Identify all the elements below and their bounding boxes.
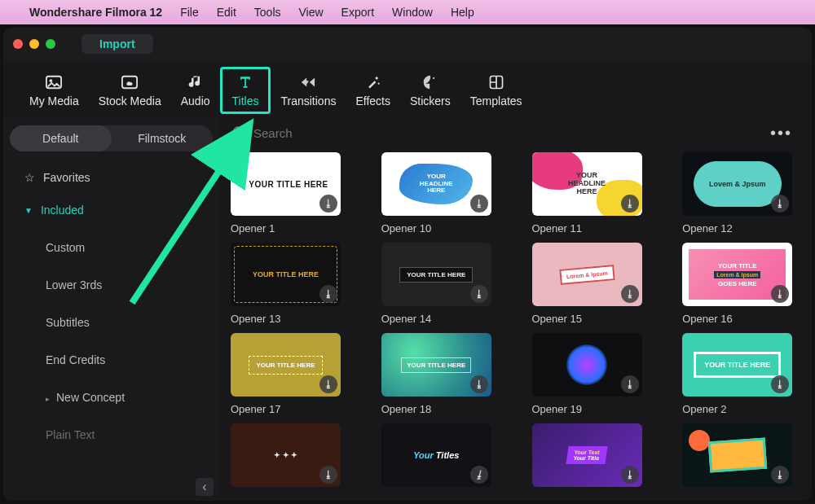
sidebar-segment: Default Filmstock: [10, 125, 213, 151]
image-icon: [45, 73, 63, 91]
template-card-opener-2[interactable]: YOUR TITLE HERE ⭳ Opener 2: [682, 333, 792, 415]
menu-view[interactable]: View: [299, 6, 324, 19]
tab-label: Effects: [355, 94, 390, 107]
template-thumbnail: Lovem & Jpsum ⭳: [682, 152, 792, 216]
import-button[interactable]: Import: [82, 34, 153, 54]
tab-stock-media[interactable]: Stock Media: [89, 70, 171, 111]
segment-default[interactable]: Default: [10, 125, 112, 151]
sidebar-sub-custom[interactable]: Custom: [10, 231, 213, 264]
download-icon[interactable]: ⭳: [771, 285, 789, 303]
tab-label: Stock Media: [99, 94, 161, 107]
download-icon[interactable]: ⭳: [621, 375, 639, 393]
searchbar: •••: [219, 117, 812, 149]
window-minimize-button[interactable]: [29, 39, 39, 49]
segment-filmstock[interactable]: Filmstock: [112, 125, 214, 151]
menu-edit[interactable]: Edit: [217, 6, 236, 19]
sidebar-item-included[interactable]: ▼ Included: [10, 194, 213, 226]
sidebar: Default Filmstock ☆ Favorites ▼ Included…: [3, 117, 219, 501]
template-thumbnail: YOUR TITLE HERE ⭳: [231, 243, 341, 306]
more-options-icon[interactable]: •••: [764, 124, 799, 142]
template-thumbnail: YOUR TITLE HERE ⭳: [231, 333, 341, 397]
download-icon[interactable]: ⭳: [771, 375, 789, 393]
chevron-right-icon: ▸: [46, 395, 50, 403]
sidebar-sub-end-credits[interactable]: End Credits: [10, 344, 213, 376]
window-zoom-button[interactable]: [46, 39, 55, 49]
download-icon[interactable]: ⭳: [319, 195, 337, 213]
tab-label: Audio: [181, 94, 210, 107]
template-card-opener-14[interactable]: YOUR TITLE HERE ⭳ Opener 14: [381, 243, 491, 325]
tab-titles[interactable]: Titles: [220, 67, 271, 114]
tab-label: Transitions: [280, 94, 336, 107]
template-label: Opener 19: [532, 403, 642, 415]
download-icon[interactable]: ⭳: [319, 375, 337, 393]
template-card-opener-10[interactable]: YOURHEADLINEHERE ⭳ Opener 10: [381, 152, 491, 234]
template-card-opener-18[interactable]: YOUR TITLE HERE ⭳ Opener 18: [381, 333, 491, 415]
tab-audio[interactable]: Audio: [171, 70, 220, 111]
template-label: Opener 11: [532, 222, 642, 234]
window-close-button[interactable]: [13, 39, 23, 49]
window-titlebar: Import: [3, 28, 812, 60]
download-icon[interactable]: ⭳: [319, 466, 337, 484]
sidebar-sub-new-concept[interactable]: ▸New Concept: [10, 381, 213, 414]
menu-tools[interactable]: Tools: [254, 6, 281, 19]
template-label: Opener 12: [682, 222, 792, 234]
menu-file[interactable]: File: [180, 6, 199, 19]
download-icon[interactable]: ⭳: [621, 285, 639, 303]
template-card-opener-11[interactable]: YOURHEADLINEHERE ⭳ Opener 11: [532, 152, 642, 234]
tab-effects[interactable]: Effects: [346, 70, 400, 111]
template-card-opener-17[interactable]: YOUR TITLE HERE ⭳ Opener 17: [231, 333, 341, 415]
macos-menubar: Wondershare Filmora 12 File Edit Tools V…: [0, 0, 815, 24]
template-label: Opener 2: [682, 403, 792, 415]
download-icon[interactable]: ⭳: [470, 466, 488, 484]
menu-export[interactable]: Export: [341, 6, 374, 19]
template-card[interactable]: ⭳: [682, 423, 792, 487]
download-icon[interactable]: ⭳: [319, 285, 337, 303]
wand-icon: [364, 73, 382, 91]
tab-transitions[interactable]: Transitions: [271, 70, 346, 111]
download-icon[interactable]: ⭳: [621, 466, 639, 484]
sidebar-sub-lower-3rds[interactable]: Lower 3rds: [10, 269, 213, 301]
template-label: Opener 14: [381, 313, 491, 325]
tab-my-media[interactable]: My Media: [20, 70, 89, 111]
title-template-grid: YOUR TITLE HERE ⭳ Opener 1 YOURHEADLINEH…: [219, 149, 812, 495]
sidebar-item-favorites[interactable]: ☆ Favorites: [10, 161, 213, 194]
transition-icon: [299, 73, 317, 91]
svg-point-3: [433, 77, 434, 79]
cloud-icon: [121, 73, 139, 91]
template-label: Opener 13: [231, 313, 341, 325]
app-name[interactable]: Wondershare Filmora 12: [29, 6, 162, 19]
download-icon[interactable]: ⭳: [470, 195, 488, 213]
tab-templates[interactable]: Templates: [460, 70, 532, 111]
download-icon[interactable]: ⭳: [470, 285, 488, 303]
template-card-opener-15[interactable]: Lorem & Ipsum ⭳ Opener 15: [532, 243, 642, 325]
download-icon[interactable]: ⭳: [621, 195, 639, 213]
template-card-opener-12[interactable]: Lovem & Jpsum ⭳ Opener 12: [682, 152, 792, 234]
tab-stickers[interactable]: Stickers: [400, 70, 460, 111]
tab-label: Templates: [470, 94, 522, 107]
template-card-opener-19[interactable]: ⭳ Opener 19: [532, 333, 642, 415]
template-thumbnail: YOUR TITLE HERE ⭳: [381, 333, 491, 397]
template-card-opener-13[interactable]: YOUR TITLE HERE ⭳ Opener 13: [231, 243, 341, 325]
sidebar-sub-plain-text[interactable]: Plain Text: [10, 419, 213, 451]
template-label: Opener 17: [231, 403, 341, 415]
download-icon[interactable]: ⭳: [771, 466, 789, 484]
template-thumbnail: YOUR TITLE HERE ⭳: [381, 243, 491, 306]
template-card[interactable]: Your TextYour Title ⭳: [532, 423, 642, 487]
tab-label: Titles: [232, 94, 259, 107]
download-icon[interactable]: ⭳: [470, 375, 488, 393]
template-card[interactable]: ✦ ✦ ✦ ⭳: [231, 423, 341, 487]
tab-label: Stickers: [410, 94, 451, 107]
sidebar-sub-subtitles[interactable]: Subtitles: [10, 306, 213, 339]
template-thumbnail: YOUR TITLE HERE ⭳: [682, 333, 792, 397]
media-toolbar: My Media Stock Media Audio Titles Transi…: [3, 60, 812, 117]
template-label: Opener 18: [381, 403, 491, 415]
menu-help[interactable]: Help: [451, 6, 474, 19]
sidebar-collapse-button[interactable]: ‹: [196, 478, 214, 496]
search-input[interactable]: [253, 126, 756, 140]
template-card-opener-16[interactable]: YOUR TITLELorem & IpsumGOES HERE ⭳ Opene…: [682, 243, 792, 325]
menu-window[interactable]: Window: [392, 6, 433, 19]
template-thumbnail: YOUR TITLE HERE ⭳: [231, 152, 341, 216]
template-card-opener-1[interactable]: YOUR TITLE HERE ⭳ Opener 1: [231, 152, 341, 234]
template-card[interactable]: Your Titles ⭳: [381, 423, 491, 487]
download-icon[interactable]: ⭳: [771, 195, 789, 213]
